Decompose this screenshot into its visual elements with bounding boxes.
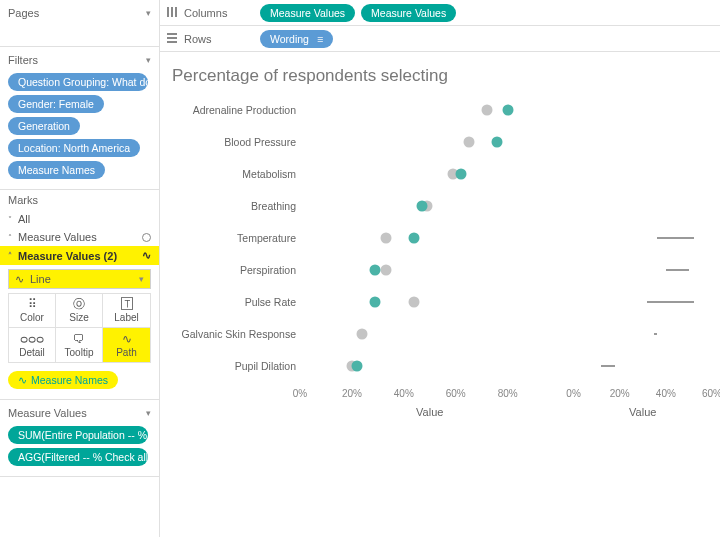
mark-path-button[interactable]: ∿Path <box>103 328 150 362</box>
dropdown-icon: ▾ <box>139 274 144 284</box>
data-point[interactable] <box>502 105 513 116</box>
data-point[interactable] <box>357 329 368 340</box>
row-label: Pupil Dilation <box>235 360 296 372</box>
data-point[interactable] <box>380 233 391 244</box>
detail-icon: ᴑᴑᴑ <box>20 333 44 345</box>
data-point[interactable] <box>380 265 391 276</box>
columns-pill[interactable]: Measure Values <box>260 4 355 22</box>
rows-icon <box>166 32 178 46</box>
columns-icon <box>166 6 178 20</box>
line-icon: ∿ <box>18 374 27 387</box>
size-icon: ⓞ <box>73 298 85 310</box>
mark-color-button[interactable]: ⠿Color <box>9 294 56 328</box>
pill-label: Measure Names <box>31 374 108 386</box>
range-segment[interactable] <box>601 365 615 367</box>
marks-card-row[interactable]: ˅All <box>0 210 159 228</box>
row-label: Pulse Rate <box>245 296 296 308</box>
btn-label: Detail <box>19 347 45 358</box>
chevron-icon: ˅ <box>8 215 12 224</box>
axis-tick: 40% <box>394 388 414 399</box>
axis-tick: 20% <box>610 388 630 399</box>
btn-label: Path <box>116 347 137 358</box>
chart-viewport[interactable]: Percentage of respondents selecting Adre… <box>160 52 720 537</box>
range-segment[interactable] <box>654 333 656 335</box>
axis-label: Value <box>629 406 656 418</box>
row-label: Galvanic Skin Response <box>182 328 296 340</box>
svg-rect-3 <box>167 33 177 35</box>
row-label: Temperature <box>237 232 296 244</box>
range-segment[interactable] <box>657 237 694 239</box>
measure-value-pill[interactable]: AGG(Filtered -- % Check all .. <box>8 448 148 466</box>
svg-rect-1 <box>171 7 173 17</box>
measure-values-title: Measure Values <box>8 407 87 419</box>
chevron-icon: ˄ <box>8 251 12 260</box>
axis-tick: 0% <box>566 388 580 399</box>
axis-tick: 40% <box>656 388 676 399</box>
data-point[interactable] <box>455 169 466 180</box>
mark-tooltip-button[interactable]: 🗨Tooltip <box>56 328 103 362</box>
data-point[interactable] <box>370 297 381 308</box>
row-label: Blood Pressure <box>224 136 296 148</box>
rows-label: Rows <box>184 33 212 45</box>
columns-label: Columns <box>184 7 227 19</box>
filter-pill[interactable]: Gender: Female <box>8 95 104 113</box>
filters-card: Filters ▾ Question Grouping: What do..Ge… <box>0 47 159 190</box>
rows-pill[interactable]: Wording≡ <box>260 30 333 48</box>
dropdown-icon[interactable]: ▾ <box>146 55 151 65</box>
data-point[interactable] <box>492 137 503 148</box>
pages-title: Pages <box>8 7 39 19</box>
color-icon: ⠿ <box>28 298 37 310</box>
svg-rect-0 <box>167 7 169 17</box>
columns-shelf[interactable]: Columns Measure ValuesMeasure Values <box>160 0 720 26</box>
axis-tick: 80% <box>498 388 518 399</box>
btn-label: Color <box>20 312 44 323</box>
measure-value-pill[interactable]: SUM(Entire Population -- % .. <box>8 426 148 444</box>
svg-rect-5 <box>167 41 177 43</box>
filter-pill[interactable]: Generation <box>8 117 80 135</box>
filter-pill[interactable]: Measure Names <box>8 161 105 179</box>
marks-card: Marks ˅All˄Measure Values˄Measure Values… <box>0 190 159 400</box>
data-point[interactable] <box>416 201 427 212</box>
axis-tick: 60% <box>702 388 720 399</box>
data-point[interactable] <box>370 265 381 276</box>
marks-title: Marks <box>8 194 38 206</box>
chevron-icon: ˄ <box>8 233 12 242</box>
mark-detail-button[interactable]: ᴑᴑᴑDetail <box>9 328 56 362</box>
marks-card-row[interactable]: ˄Measure Values <box>0 228 159 246</box>
data-point[interactable] <box>409 233 420 244</box>
mark-size-button[interactable]: ⓞSize <box>56 294 103 328</box>
range-segment[interactable] <box>647 301 693 303</box>
dropdown-icon[interactable]: ▾ <box>146 408 151 418</box>
data-point[interactable] <box>409 297 420 308</box>
path-icon: ∿ <box>122 333 132 345</box>
line-icon: ∿ <box>142 249 151 262</box>
row-label: Adrenaline Production <box>193 104 296 116</box>
sort-icon: ≡ <box>317 33 323 45</box>
btn-label: Label <box>114 312 138 323</box>
range-segment[interactable] <box>666 269 689 271</box>
mark-label-button[interactable]: 🅃Label <box>103 294 150 328</box>
axis-tick: 20% <box>342 388 362 399</box>
row-label: Breathing <box>251 200 296 212</box>
label-icon: 🅃 <box>121 298 133 310</box>
marks-assigned-pill[interactable]: ∿ Measure Names <box>8 371 118 389</box>
axis-tick: 60% <box>446 388 466 399</box>
filter-pill[interactable]: Question Grouping: What do.. <box>8 73 148 91</box>
data-point[interactable] <box>463 137 474 148</box>
marks-card-row[interactable]: ˄Measure Values (2)∿ <box>0 246 159 265</box>
data-point[interactable] <box>352 361 363 372</box>
marks-card-label: All <box>18 213 151 225</box>
chart-title: Percentage of respondents selecting <box>172 66 712 86</box>
columns-pill[interactable]: Measure Values <box>361 4 456 22</box>
mark-type-select[interactable]: ∿ Line ▾ <box>8 269 151 289</box>
btn-label: Size <box>69 312 88 323</box>
data-point[interactable] <box>481 105 492 116</box>
dropdown-icon[interactable]: ▾ <box>146 8 151 18</box>
svg-rect-4 <box>167 37 177 39</box>
rows-shelf[interactable]: Rows Wording≡ <box>160 26 720 52</box>
pages-card: Pages ▾ <box>0 0 159 47</box>
btn-label: Tooltip <box>65 347 94 358</box>
filter-pill[interactable]: Location: North America <box>8 139 140 157</box>
mark-type-label: Line <box>30 273 51 285</box>
axis-tick: 0% <box>293 388 307 399</box>
